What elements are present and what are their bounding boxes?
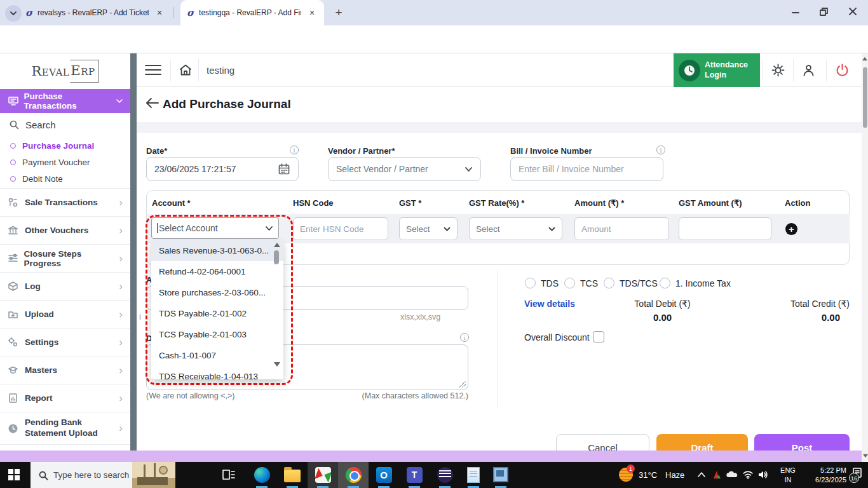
amount-value[interactable] <box>581 224 662 234</box>
sidebar-group-sale-transactions[interactable]: Sale Transactions› <box>0 188 130 216</box>
taskbar-eclipse-icon[interactable] <box>436 466 454 484</box>
account-select-combobox[interactable]: Select Account <box>151 217 279 239</box>
date-value[interactable] <box>154 164 278 174</box>
radio-icon[interactable] <box>525 278 536 288</box>
horizontal-scrollbar[interactable] <box>0 451 862 462</box>
tab-close-icon[interactable]: × <box>154 7 165 18</box>
radio-tcs[interactable]: TCS <box>564 278 598 288</box>
date-input[interactable] <box>146 157 299 181</box>
temperature-text[interactable]: 31°C <box>639 470 657 480</box>
bill-input[interactable] <box>510 157 663 181</box>
hsn-input[interactable] <box>293 217 388 240</box>
window-minimize-button[interactable] <box>782 0 810 23</box>
vendor-select[interactable]: Select Vendor / Partner <box>328 157 481 181</box>
scroll-up-icon[interactable] <box>862 57 867 61</box>
revalerp-logo[interactable]: RevalErp <box>0 53 130 89</box>
radio-income-tax[interactable]: 1. Income Tax <box>660 278 731 288</box>
gst-amount-value[interactable] <box>686 224 764 234</box>
search-highlight-image[interactable] <box>132 462 175 488</box>
calendar-icon[interactable] <box>278 163 290 175</box>
taskbar-chrome-icon[interactable] <box>344 466 362 484</box>
taskbar-search-box[interactable]: Type here to search <box>31 462 175 488</box>
gst-select[interactable]: Select <box>399 217 458 240</box>
sidebar-item-purchase-journal[interactable]: Purchase Journal <box>0 137 130 154</box>
overall-discount-checkbox[interactable] <box>593 331 604 342</box>
vertical-scrollbar[interactable] <box>862 53 868 462</box>
new-tab-button[interactable]: + <box>330 4 347 21</box>
window-close-button[interactable] <box>839 0 867 23</box>
resize-handle[interactable] <box>459 381 466 388</box>
account-option[interactable]: Cash-1-01-007 <box>151 345 283 366</box>
taskbar-notepad-icon[interactable] <box>465 466 482 484</box>
scroll-up-icon[interactable] <box>274 243 280 247</box>
menu-toggle-button[interactable] <box>145 64 161 76</box>
gst-amount-input[interactable] <box>679 217 771 240</box>
account-option[interactable]: Store purchases-2-03-060... <box>151 282 283 303</box>
window-restore-button[interactable] <box>810 0 837 23</box>
action-center-button[interactable]: 16 <box>851 467 863 478</box>
sidebar-search[interactable]: Search <box>0 113 130 136</box>
clock-widget[interactable]: 5:22 PM 6/23/2025 <box>802 466 846 485</box>
browser-tab-active[interactable]: σ testingqa - RevalERP - Add Fina × <box>180 0 324 25</box>
info-icon[interactable]: i <box>656 146 665 154</box>
taskbar-outlook-icon[interactable]: O <box>375 466 393 484</box>
sidebar-group-settings[interactable]: Settings› <box>0 328 130 356</box>
sidebar-group-report[interactable]: Report› <box>0 384 130 412</box>
sidebar-scrollbar[interactable] <box>130 53 137 451</box>
sidebar-group-masters[interactable]: Masters› <box>0 356 130 384</box>
back-navigation-button[interactable] <box>146 97 159 109</box>
sidebar-item-payment-voucher[interactable]: Payment Voucher <box>0 154 130 170</box>
browser-tab-inactive[interactable]: σ revalsys - RevalERP - Add Ticket × <box>19 0 172 25</box>
language-indicator[interactable]: ENG IN <box>776 466 799 485</box>
radio-icon[interactable] <box>660 278 670 288</box>
start-button[interactable] <box>8 469 20 480</box>
view-details-link[interactable]: View details <box>524 299 575 309</box>
task-view-button[interactable] <box>220 466 238 484</box>
tray-onedrive-icon[interactable] <box>723 466 741 484</box>
sidebar-section-purchase-transactions[interactable]: Purchase Transactions <box>0 89 130 113</box>
upload-folder-icon <box>8 309 18 320</box>
radio-icon[interactable] <box>604 278 614 288</box>
taskbar-window-app-icon[interactable] <box>492 466 510 484</box>
weather-widget[interactable]: 1 <box>619 468 633 482</box>
profile-button[interactable] <box>801 63 816 78</box>
radio-icon[interactable] <box>564 278 575 288</box>
gst-rate-select[interactable]: Select <box>469 217 562 240</box>
taskbar-teams-icon[interactable]: T <box>405 466 423 484</box>
scroll-thumb[interactable] <box>863 67 867 128</box>
tab-close-icon[interactable]: × <box>306 7 318 18</box>
report-icon <box>8 393 18 403</box>
app-home-button[interactable] <box>179 63 193 77</box>
sidebar-group-log[interactable]: Log› <box>0 272 130 300</box>
sidebar-item-debit-note[interactable]: Debit Note <box>0 170 130 187</box>
sidebar-group-upload[interactable]: Upload› <box>0 300 130 328</box>
account-option[interactable]: Sales Revenue-3-01-063-0... <box>151 240 283 261</box>
account-option[interactable]: Refund-4-02-064-0001 <box>151 261 283 282</box>
settings-button[interactable] <box>771 63 785 78</box>
taskbar-pinwheel-app-icon[interactable] <box>314 466 332 484</box>
add-row-button[interactable]: + <box>785 223 797 235</box>
account-option[interactable]: TCS Payable-2-01-003 <box>151 324 283 345</box>
sidebar-group-other-vouchers[interactable]: Other Vouchers› <box>0 216 130 244</box>
radio-tds[interactable]: TDS <box>525 278 559 288</box>
hsn-value[interactable] <box>300 224 381 234</box>
bill-value[interactable] <box>519 164 655 174</box>
account-option[interactable]: TDS Payable-2-01-002 <box>151 303 283 324</box>
weather-condition-text[interactable]: Haze <box>665 470 684 480</box>
info-icon[interactable]: i <box>460 333 469 342</box>
amount-input[interactable] <box>574 217 669 240</box>
scroll-down-icon[interactable] <box>274 362 280 367</box>
scroll-thumb[interactable] <box>274 250 279 264</box>
account-option[interactable]: TDS Receivable-1-04-013 <box>151 366 283 379</box>
dropdown-scrollbar[interactable] <box>273 241 281 378</box>
tray-volume-icon[interactable] <box>754 466 772 484</box>
sidebar-group-closure-steps-progress[interactable]: Closure Steps Progress› <box>0 244 130 272</box>
radio-tds-tcs[interactable]: TDS/TCS <box>604 278 658 288</box>
logout-button[interactable] <box>835 63 850 78</box>
info-icon[interactable]: i <box>290 146 299 154</box>
sidebar-group-pending-bank-statement-upload[interactable]: Pending Bank Statement Upload› <box>0 412 130 445</box>
attendance-login-button[interactable]: Attendance Login <box>674 53 760 87</box>
taskbar-file-explorer-icon[interactable] <box>283 466 301 484</box>
taskbar-edge-icon[interactable] <box>253 466 271 484</box>
scroll-down-icon[interactable] <box>863 454 868 458</box>
